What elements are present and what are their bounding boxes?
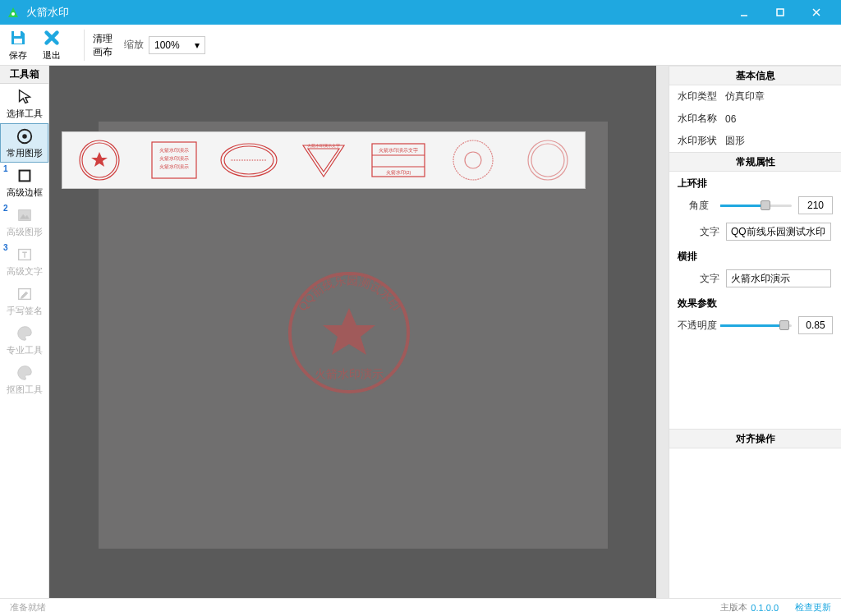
svg-rect-6 — [14, 39, 22, 44]
upper-text-input[interactable] — [726, 223, 831, 241]
square-icon — [16, 167, 34, 185]
prop-row: 水印名称06 — [669, 108, 841, 130]
exit-button[interactable]: 退出 — [43, 28, 61, 62]
gallery-item[interactable] — [435, 136, 510, 185]
clear-canvas-button[interactable]: 清理 画布 — [93, 31, 113, 58]
svg-text:火箭水印演示: 火箭水印演示 — [159, 163, 189, 169]
toolbox-image[interactable]: 2高级图形 — [0, 202, 48, 241]
stamp-preview[interactable]: QQ前线乐园测试水印 火箭水印演示 — [279, 263, 419, 402]
toolbox-circle-dot[interactable]: 常用图形 — [0, 123, 48, 163]
save-label: 保存 — [9, 49, 27, 62]
vertical-scrollbar[interactable] — [656, 66, 669, 598]
toolbox-palette[interactable]: 专业工具 — [0, 320, 48, 360]
toolbox-text-box[interactable]: 3高级文字 — [0, 241, 48, 281]
svg-text:火箭水印(2): 火箭水印(2) — [385, 170, 411, 175]
tool-label: 高级边框 — [7, 186, 43, 199]
section-effect-header: 效果参数 — [669, 292, 841, 312]
toolbox: 工具箱 选择工具常用图形1高级边框2高级图形3高级文字手写签名专业工具抠图工具 — [0, 66, 49, 598]
shape-gallery: 火箭水印演示火箭水印演示火箭水印演示 火箭水印演示文字 火箭水印演示文字火箭水印… — [62, 131, 586, 189]
circle-dot-icon — [16, 127, 34, 145]
svg-marker-39 — [323, 308, 375, 355]
svg-rect-11 — [19, 170, 30, 181]
svg-point-37 — [531, 144, 564, 177]
clear-label: 清理 画布 — [93, 33, 113, 58]
statusbar: 准备就绪 主版本 0.1.0.0 检查更新 — [0, 598, 841, 616]
section-common-header: 常规属性 — [669, 152, 841, 172]
toolbox-palette[interactable]: 抠图工具 — [0, 360, 48, 399]
subsection-horiz: 横排 — [669, 245, 841, 265]
horiz-text-input[interactable] — [726, 269, 831, 287]
version-value: 0.1.0.0 — [751, 603, 779, 613]
save-icon — [8, 28, 28, 48]
tool-label: 高级文字 — [7, 265, 43, 278]
toolbox-cursor[interactable]: 选择工具 — [0, 84, 48, 123]
svg-rect-5 — [14, 31, 21, 36]
toolbox-header: 工具箱 — [0, 66, 48, 84]
gallery-item[interactable]: 火箭水印演示文字 — [287, 136, 361, 185]
angle-slider[interactable] — [720, 198, 792, 213]
gallery-item[interactable] — [510, 136, 585, 185]
tool-label: 抠图工具 — [7, 384, 43, 396]
cursor-icon — [16, 88, 34, 106]
toolbox-edit[interactable]: 手写签名 — [0, 281, 48, 320]
opacity-label: 不透明度 — [678, 319, 720, 333]
svg-text:火箭水印演示文字: 火箭水印演示文字 — [307, 143, 340, 148]
exit-icon — [43, 28, 61, 48]
svg-point-35 — [465, 152, 481, 168]
section-align-header: 对齐操作 — [669, 429, 841, 448]
zoom-select[interactable]: 100% ▾ — [149, 36, 205, 54]
svg-text:QQ前线乐园测试水印: QQ前线乐园测试水印 — [296, 274, 403, 313]
edit-icon — [16, 285, 34, 303]
gallery-item[interactable]: 火箭水印演示文字火箭水印(2) — [361, 136, 435, 185]
tool-label: 高级图形 — [7, 226, 43, 238]
app-icon — [7, 6, 20, 19]
minimize-button[interactable] — [726, 0, 762, 25]
maximize-button[interactable] — [762, 0, 798, 25]
svg-rect-2 — [777, 9, 784, 16]
ribbon: 保存 退出 清理 画布 缩放 100% ▾ — [0, 25, 841, 66]
gallery-item[interactable] — [212, 136, 287, 185]
svg-text:火箭水印演示: 火箭水印演示 — [159, 155, 189, 161]
canvas-area[interactable]: 火箭水印演示火箭水印演示火箭水印演示 火箭水印演示文字 火箭水印演示文字火箭水印… — [49, 66, 669, 598]
svg-point-34 — [453, 140, 493, 180]
angle-label: 角度 — [689, 199, 720, 213]
angle-input[interactable] — [798, 196, 833, 214]
gallery-item[interactable]: 火箭水印演示火箭水印演示火箭水印演示 — [137, 136, 212, 185]
toolbox-square[interactable]: 1高级边框 — [0, 163, 48, 202]
image-icon — [16, 206, 34, 224]
svg-point-0 — [11, 12, 15, 16]
svg-text:火箭水印演示: 火箭水印演示 — [159, 147, 189, 153]
zoom-value: 100% — [154, 39, 180, 51]
tool-label: 选择工具 — [7, 108, 43, 120]
chevron-down-icon: ▾ — [195, 39, 200, 51]
save-button[interactable]: 保存 — [8, 28, 28, 62]
properties-panel: 基本信息 水印类型仿真印章 水印名称06 水印形状圆形 常规属性 上环排 角度 … — [669, 66, 841, 598]
tool-label: 手写签名 — [7, 305, 43, 317]
text-box-icon — [16, 246, 34, 264]
prop-row: 水印形状圆形 — [669, 130, 841, 152]
exit-label: 退出 — [43, 49, 61, 62]
section-basic-header: 基本信息 — [669, 66, 841, 85]
tool-label: 常用图形 — [7, 147, 43, 159]
prop-row: 水印类型仿真印章 — [669, 85, 841, 108]
palette-icon — [16, 324, 34, 342]
svg-text:火箭水印演示文字: 火箭水印演示文字 — [379, 147, 418, 153]
opacity-slider[interactable] — [720, 318, 792, 333]
gallery-item[interactable] — [62, 136, 137, 185]
subsection-upper: 上环排 — [669, 172, 841, 192]
svg-text:火箭水印演示: 火箭水印演示 — [315, 367, 384, 380]
version-label: 主版本 — [720, 601, 747, 614]
svg-point-10 — [22, 134, 27, 139]
status-text: 准备就绪 — [10, 601, 46, 614]
horiz-text-label: 文字 — [689, 272, 726, 286]
app-title: 火箭水印 — [26, 5, 726, 20]
tool-label: 专业工具 — [7, 344, 43, 356]
palette-icon — [16, 364, 34, 382]
close-button[interactable] — [798, 0, 834, 25]
opacity-input[interactable] — [798, 316, 833, 334]
check-update-link[interactable]: 检查更新 — [795, 601, 831, 614]
upper-text-label: 文字 — [689, 225, 726, 239]
svg-marker-18 — [91, 152, 108, 167]
titlebar: 火箭水印 — [0, 0, 841, 25]
separator — [84, 30, 85, 61]
